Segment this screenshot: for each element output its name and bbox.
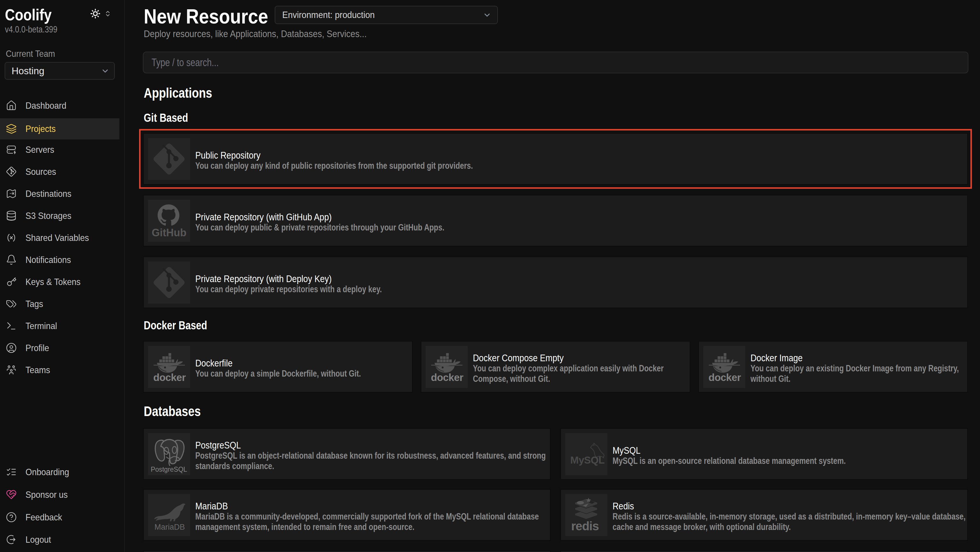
svg-text:MariaDB: MariaDB [154,523,185,531]
svg-text:redis: redis [571,519,599,533]
svg-text:GitHub: GitHub [152,227,187,239]
svg-text:PostgreSQL: PostgreSQL [151,466,187,473]
svg-text:docker: docker [708,372,741,383]
svg-text:MySQL: MySQL [570,454,605,466]
svg-text:docker: docker [431,372,464,383]
svg-text:docker: docker [153,372,186,383]
